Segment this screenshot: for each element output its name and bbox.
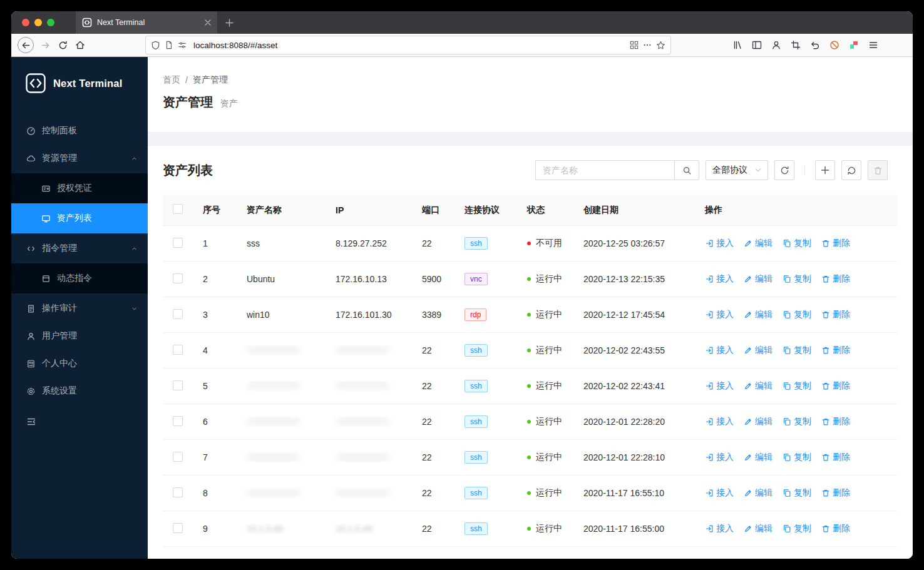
undo-icon[interactable] <box>810 40 820 50</box>
row-checkbox[interactable] <box>173 238 183 248</box>
content-blocker-icon[interactable] <box>829 40 839 50</box>
action-delete[interactable]: 删除 <box>821 416 850 427</box>
sync-button[interactable] <box>774 160 794 180</box>
url-bar[interactable]: localhost:8088/#/asset <box>145 36 671 54</box>
action-edit[interactable]: 编辑 <box>744 487 773 499</box>
action-delete[interactable]: 删除 <box>821 238 850 249</box>
action-label: 编辑 <box>755 523 773 534</box>
sidebar-item[interactable]: 用户管理 <box>11 323 148 349</box>
action-access[interactable]: 接入 <box>705 523 734 534</box>
action-edit[interactable]: 编辑 <box>744 345 773 356</box>
action-delete[interactable]: 删除 <box>821 309 850 320</box>
sidebar-item[interactable]: 个人中心 <box>11 351 148 376</box>
action-edit[interactable]: 编辑 <box>744 416 773 427</box>
highlights-grid-icon[interactable] <box>630 41 639 49</box>
action-access[interactable]: 接入 <box>705 238 734 249</box>
maximize-window-button[interactable] <box>47 19 54 26</box>
action-edit[interactable]: 编辑 <box>744 380 773 392</box>
menu-fold-icon[interactable] <box>26 417 148 427</box>
row-checkbox[interactable] <box>173 309 183 319</box>
menu-hamburger-icon[interactable] <box>868 40 878 50</box>
status-text: 运行中 <box>536 309 562 320</box>
page-info-icon[interactable] <box>165 41 173 49</box>
tab-close-icon[interactable] <box>205 19 211 26</box>
action-access[interactable]: 接入 <box>705 273 734 285</box>
sidebar-item[interactable]: 控制面板 <box>11 118 148 143</box>
action-edit[interactable]: 编辑 <box>744 238 773 249</box>
action-copy[interactable]: 复制 <box>783 416 811 427</box>
new-tab-button[interactable] <box>220 11 239 34</box>
home-button[interactable] <box>71 36 89 54</box>
app-logo[interactable]: Next Terminal <box>11 57 148 109</box>
row-checkbox[interactable] <box>173 345 183 355</box>
action-delete[interactable]: 删除 <box>821 487 850 499</box>
permissions-icon[interactable] <box>178 41 187 49</box>
sidebar-item[interactable]: 授权凭证 <box>11 173 148 203</box>
row-checkbox[interactable] <box>173 487 183 497</box>
action-access[interactable]: 接入 <box>705 345 734 356</box>
status-text: 运行中 <box>536 452 562 463</box>
sidebar-item[interactable]: 系统设置 <box>11 379 148 404</box>
browser-tab[interactable]: Next Terminal <box>76 11 217 34</box>
asset-search-input[interactable] <box>535 160 674 180</box>
row-checkbox[interactable] <box>173 452 183 462</box>
column-header: 资产名称 <box>237 205 326 216</box>
action-access[interactable]: 接入 <box>705 416 734 427</box>
bookmark-star-icon[interactable] <box>656 41 665 50</box>
library-icon[interactable] <box>732 40 742 50</box>
row-checkbox[interactable] <box>173 416 183 426</box>
refresh-button[interactable] <box>841 160 861 180</box>
tracking-shield-icon[interactable] <box>151 41 160 50</box>
action-edit[interactable]: 编辑 <box>744 309 773 320</box>
reload-button[interactable] <box>54 36 71 54</box>
account-icon[interactable] <box>771 40 781 50</box>
action-copy[interactable]: 复制 <box>783 380 811 392</box>
add-asset-button[interactable] <box>815 160 835 180</box>
action-delete[interactable]: 删除 <box>821 273 850 285</box>
action-copy[interactable]: 复制 <box>783 487 811 499</box>
forward-button[interactable] <box>36 36 54 54</box>
asset-name <box>237 381 326 391</box>
close-window-button[interactable] <box>22 19 29 26</box>
action-access[interactable]: 接入 <box>705 309 734 320</box>
action-access[interactable]: 接入 <box>705 380 734 392</box>
back-button[interactable] <box>18 37 34 53</box>
screenshot-icon[interactable] <box>791 40 801 50</box>
action-copy[interactable]: 复制 <box>783 452 811 463</box>
extension-icon[interactable] <box>849 40 859 50</box>
action-delete[interactable]: 删除 <box>821 345 850 356</box>
sidebar-item-label: 资源管理 <box>42 153 77 164</box>
action-edit[interactable]: 编辑 <box>744 273 773 285</box>
sidebar-item[interactable]: 操作审计 <box>11 296 148 321</box>
row-checkbox[interactable] <box>173 273 183 283</box>
page-actions-icon[interactable] <box>643 41 652 49</box>
url-text[interactable]: localhost:8088/#/asset <box>193 41 625 50</box>
select-all-checkbox[interactable] <box>173 204 183 214</box>
sidebar-item[interactable]: 资产列表 <box>11 203 148 233</box>
breadcrumb-home[interactable]: 首页 <box>163 74 180 86</box>
action-edit[interactable]: 编辑 <box>744 452 773 463</box>
action-delete[interactable]: 删除 <box>821 380 850 392</box>
sidebar-item[interactable]: 指令管理 <box>11 236 148 261</box>
action-access[interactable]: 接入 <box>705 452 734 463</box>
search-button[interactable] <box>674 160 699 180</box>
row-actions: 接入编辑复制删除 <box>695 416 898 427</box>
row-checkbox[interactable] <box>173 380 183 390</box>
delete-selected-button[interactable] <box>868 160 888 180</box>
protocol-select[interactable]: 全部协议 <box>706 160 768 180</box>
action-access[interactable]: 接入 <box>705 487 734 499</box>
delete-icon <box>821 524 830 533</box>
action-edit[interactable]: 编辑 <box>744 523 773 534</box>
action-copy[interactable]: 复制 <box>783 345 811 356</box>
action-delete[interactable]: 删除 <box>821 452 850 463</box>
action-copy[interactable]: 复制 <box>783 273 811 285</box>
sidebar-item[interactable]: 动态指令 <box>11 263 148 293</box>
action-copy[interactable]: 复制 <box>783 309 811 320</box>
action-copy[interactable]: 复制 <box>783 523 811 534</box>
action-delete[interactable]: 删除 <box>821 523 850 534</box>
action-copy[interactable]: 复制 <box>783 238 811 249</box>
sidebar-item[interactable]: 资源管理 <box>11 146 148 171</box>
sidebars-icon[interactable] <box>752 40 762 50</box>
row-checkbox[interactable] <box>173 523 183 533</box>
minimize-window-button[interactable] <box>34 19 42 26</box>
